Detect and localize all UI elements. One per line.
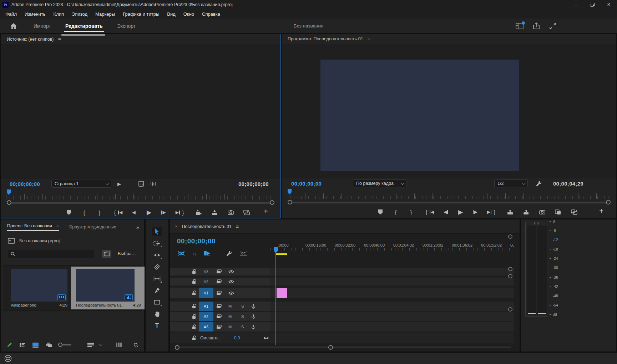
vertical-scroll-handle[interactable] [508, 274, 512, 278]
search-input[interactable] [17, 251, 91, 256]
slip-tool[interactable] [152, 274, 162, 283]
icon-view-icon[interactable] [32, 343, 39, 348]
menu-sequence[interactable]: Эпизод [68, 10, 91, 18]
menu-help[interactable]: Справка [198, 10, 224, 18]
step-back-button[interactable]: ◀ [132, 210, 136, 215]
menu-file[interactable]: Файл [1, 10, 21, 18]
extract-button[interactable] [523, 209, 530, 215]
more-tabs-icon[interactable]: » [136, 224, 139, 230]
selection-tool[interactable] [152, 227, 162, 236]
source-assign-icon[interactable] [216, 291, 222, 295]
freeform-view-icon[interactable] [45, 342, 52, 348]
mute-button[interactable]: M [228, 304, 232, 308]
program-playhead[interactable] [288, 189, 292, 194]
settings-wrench-icon[interactable] [536, 180, 542, 187]
go-to-in-button[interactable]: {◀ [112, 209, 122, 216]
menu-edit[interactable]: Изменить [21, 10, 50, 18]
close-button[interactable]: × [601, 0, 617, 9]
captions-icon[interactable]: CC [240, 251, 247, 256]
mute-button[interactable]: M [228, 325, 232, 329]
timeline-tab[interactable]: Последовательность 01 [182, 224, 232, 229]
track-name[interactable]: A3 [199, 322, 213, 332]
source-play-proxy-icon[interactable]: ▶ [116, 181, 122, 187]
timeline-settings-wrench-icon[interactable] [226, 250, 232, 257]
track-a3[interactable]: A3 M S [170, 322, 514, 332]
comparison-view-button[interactable] [571, 209, 577, 215]
mark-in-button[interactable]: { [81, 209, 87, 216]
play-button[interactable]: ▶ [146, 209, 152, 216]
go-to-out-button[interactable]: ▶} [176, 209, 186, 216]
voiceover-mic-icon[interactable] [251, 314, 256, 319]
step-forward-button[interactable]: ▶ [161, 210, 166, 215]
lock-icon[interactable] [192, 290, 196, 295]
menu-graphics[interactable]: Графика и титры [119, 10, 163, 18]
track-name[interactable]: V1 [199, 288, 213, 298]
source-assign-icon[interactable] [216, 325, 222, 329]
track-name[interactable]: A2 [199, 312, 213, 321]
search-input-wrap[interactable] [8, 249, 94, 258]
vertical-scroll-handle[interactable] [508, 307, 512, 312]
workspaces-icon[interactable] [516, 23, 524, 29]
track-a1[interactable]: A1 M S [170, 302, 514, 311]
scroll-handle-left[interactable] [175, 345, 179, 350]
go-to-out-button[interactable]: ▶} [487, 209, 497, 215]
lock-icon[interactable] [192, 314, 196, 319]
source-assign-icon[interactable] [216, 314, 222, 319]
tab-project[interactable]: Проект: Без названия ≡ [7, 223, 59, 231]
razor-tool[interactable] [152, 263, 162, 271]
button-editor-plus[interactable]: + [264, 207, 268, 216]
source-playhead[interactable] [7, 189, 11, 195]
timeline-ruler[interactable]: ;00;00 00;00;16;00 00;00;32;00 00;00;48;… [270, 234, 514, 253]
home-icon[interactable] [10, 23, 17, 29]
list-view-icon[interactable] [19, 343, 26, 348]
mix-track[interactable]: Смешать 0,0 ▶◀ [170, 333, 514, 343]
vertical-scroll-handle[interactable] [508, 267, 512, 271]
keyframe-toggle-icon[interactable]: ▶◀ [264, 336, 268, 340]
nest-toggle-icon[interactable] [178, 251, 185, 256]
hand-tool[interactable] [152, 310, 162, 318]
find-icon[interactable] [133, 343, 138, 348]
mark-out-button[interactable]: } [97, 209, 102, 216]
tab-media-browser[interactable]: Браузер медиаданных [69, 224, 116, 229]
menu-window[interactable]: Окно [179, 10, 198, 18]
panel-menu-icon[interactable]: ≡ [58, 36, 61, 42]
go-to-in-button[interactable]: {◀ [424, 209, 434, 215]
ripple-edit-tool[interactable] [152, 251, 162, 259]
menu-markers[interactable]: Маркеры [91, 10, 119, 18]
track-visibility-eye-icon[interactable] [228, 291, 234, 295]
track-name[interactable]: A1 [199, 302, 213, 311]
solo-button[interactable]: S [241, 314, 244, 319]
creative-cloud-icon[interactable] [4, 355, 12, 362]
lock-icon[interactable] [192, 269, 196, 274]
tab-edit[interactable]: Редактировать [64, 20, 104, 32]
add-marker-button[interactable] [66, 210, 72, 215]
track-visibility-eye-icon[interactable] [228, 270, 234, 274]
scroll-handle-left[interactable] [288, 200, 292, 204]
program-ruler[interactable] [287, 188, 611, 199]
filmstrip-view-icon[interactable] [116, 343, 122, 347]
pen-tool[interactable] [152, 286, 162, 295]
item-name[interactable]: wallpaper.png [11, 303, 36, 307]
type-tool[interactable]: T [152, 322, 162, 330]
track-v2[interactable]: V2 [170, 278, 514, 285]
source-ruler[interactable] [6, 189, 275, 199]
tab-import[interactable]: Импорт [32, 20, 52, 32]
lock-icon[interactable] [192, 335, 196, 340]
video-clip[interactable] [277, 288, 287, 298]
zoom-slider[interactable] [59, 344, 71, 345]
menu-clip[interactable]: Клип [50, 10, 68, 18]
track-v3[interactable]: V3 [170, 268, 514, 275]
button-editor-plus[interactable]: + [599, 207, 603, 215]
program-zoom-select[interactable]: По размеру кадра [353, 180, 406, 187]
snap-icon[interactable]: ∩ [192, 251, 196, 257]
track-name[interactable]: V3 [199, 268, 213, 275]
multi-camera-button[interactable] [555, 209, 561, 215]
breadcrumb[interactable]: Без названия.prproj [19, 238, 60, 243]
source-zoom-scrollbar[interactable] [6, 200, 275, 206]
mark-in-button[interactable]: { [393, 209, 399, 215]
item-name[interactable]: Последовательность 01 [76, 303, 122, 307]
fullscreen-icon[interactable] [549, 22, 556, 30]
source-page-select[interactable]: Страница 1 [51, 180, 111, 188]
mark-out-button[interactable]: } [408, 209, 414, 215]
step-forward-button[interactable]: ▶ [473, 209, 477, 214]
